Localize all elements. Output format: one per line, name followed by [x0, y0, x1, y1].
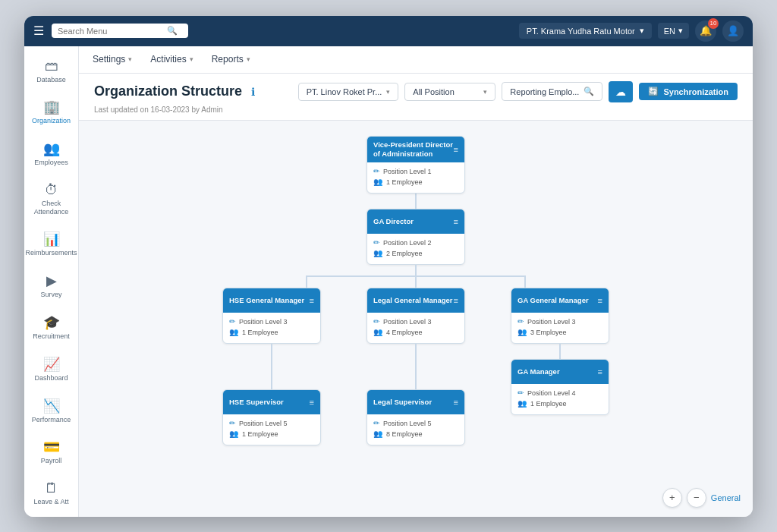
- sidebar-item-reimbursements[interactable]: 📊 Reimbursements: [27, 225, 76, 263]
- hse-sup-employee-label: 1 Employee: [242, 430, 278, 438]
- ga-dir-employee-label: 2 Employee: [386, 250, 423, 257]
- sidebar-item-check-attendance[interactable]: ⏱ Check Attendance: [27, 176, 76, 222]
- sidebar-item-database[interactable]: 🗃 Database: [27, 52, 76, 90]
- info-icon[interactable]: ℹ: [251, 86, 255, 98]
- ga-dir-employee-icon: 👥: [373, 249, 382, 257]
- reporting-filter-value: Reporting Emplo...: [510, 87, 579, 96]
- hse-sup-employee: 👥 1 Employee: [229, 430, 314, 438]
- node-ga-gm[interactable]: GA General Manager ≡ ✏ Position Level 3: [511, 288, 609, 344]
- sidebar: 🗃 Database 🏢 Organization 👥 Employees ⏱ …: [24, 46, 79, 517]
- sidebar-item-organization[interactable]: 🏢 Organization: [27, 93, 76, 131]
- hse-sup-position: ✏ Position Level 5: [229, 419, 314, 427]
- hse-gm-employee: 👥 1 Employee: [229, 328, 314, 336]
- node-ga-director[interactable]: GA Director ≡ ✏ Position Level 2 👥: [366, 209, 465, 265]
- vp-body: ✏ Position Level 1 👥 1 Employee: [367, 162, 464, 193]
- nav-reports[interactable]: Reports ▾: [210, 49, 252, 69]
- node-vp[interactable]: Vice-President Director of Administratio…: [366, 136, 465, 194]
- branch-legal: Legal General Manager ≡ ✏ Position Level…: [366, 288, 465, 445]
- ga-gm-employee: 👥 3 Employee: [517, 328, 602, 336]
- notification-button[interactable]: 🔔 10: [695, 20, 716, 42]
- company-selector[interactable]: PT. Krama Yudha Ratu Motor ▾: [519, 23, 652, 39]
- legal-gm-employee-label: 4 Employee: [386, 329, 423, 336]
- ga-gm-menu-icon[interactable]: ≡: [598, 296, 602, 305]
- legal-gm-menu-icon[interactable]: ≡: [454, 296, 458, 305]
- legal-sup-menu-icon[interactable]: ≡: [454, 398, 458, 407]
- level-1-row: Vice-President Director of Administratio…: [94, 136, 738, 194]
- nav-activities-label: Activities: [150, 54, 186, 65]
- sidebar-label-leave: Leave & Att: [33, 498, 68, 506]
- sidebar-item-dashboard[interactable]: 📈 Dashboard: [27, 350, 76, 389]
- legal-connector-v: [415, 344, 417, 389]
- page-subtitle: Last updated on 16-03-2023 by Admin: [94, 105, 738, 114]
- page-title: Organization Structure: [94, 83, 242, 99]
- settings-chevron-icon: ▾: [128, 55, 132, 63]
- search-input[interactable]: [58, 27, 164, 36]
- org-canvas[interactable]: Vice-President Director of Administratio…: [79, 121, 753, 517]
- legal-gm-position: ✏ Position Level 3: [373, 317, 458, 326]
- vp-position-icon: ✏: [373, 167, 379, 175]
- legal-gm-title: Legal General Manager: [373, 296, 453, 305]
- ga-gm-position: ✏ Position Level 3: [517, 317, 602, 326]
- legal-gm-body: ✏ Position Level 3 👥 4 Employee: [367, 313, 464, 343]
- node-ga-manager[interactable]: GA Manager ≡ ✏ Position Level 4: [511, 359, 609, 415]
- ga-mgr-menu-icon[interactable]: ≡: [598, 367, 602, 376]
- node-legal-gm[interactable]: Legal General Manager ≡ ✏ Position Level…: [366, 288, 465, 344]
- vp-position: ✏ Position Level 1: [373, 167, 458, 175]
- ga-gm-connector-v: [559, 344, 561, 359]
- ga-dir-position-label: Position Level 2: [383, 239, 432, 247]
- sidebar-item-leave[interactable]: 🗒 Leave & Att: [27, 474, 76, 512]
- vp-employee-label: 1 Employee: [386, 178, 423, 186]
- zoom-in-button[interactable]: +: [662, 488, 682, 508]
- branch-hse: HSE General Manager ≡ ✏ Position Level 3: [222, 288, 321, 445]
- search-icon: 🔍: [167, 26, 178, 36]
- node-legal-sup[interactable]: Legal Supervisor ≡ ✏ Position Level 5: [366, 389, 465, 445]
- cloud-upload-button[interactable]: ☁: [609, 81, 633, 102]
- nav-activities[interactable]: Activities ▾: [149, 49, 194, 69]
- language-selector[interactable]: EN ▾: [658, 23, 689, 39]
- main-layout: 🗃 Database 🏢 Organization 👥 Employees ⏱ …: [24, 46, 753, 517]
- vp-menu-icon[interactable]: ≡: [454, 145, 458, 154]
- zoom-out-button[interactable]: −: [687, 488, 706, 508]
- ga-mgr-position: ✏ Position Level 4: [517, 389, 602, 397]
- nav-settings-label: Settings: [93, 54, 125, 65]
- company-filter-dropdown[interactable]: PT. Linov Roket Pr... ▾: [298, 83, 399, 101]
- ga-gm-title: GA General Manager: [517, 296, 589, 305]
- database-icon: 🗃: [45, 58, 58, 74]
- sidebar-item-performance[interactable]: 📉 Performance: [27, 392, 76, 430]
- nav-settings[interactable]: Settings ▾: [91, 49, 134, 69]
- sidebar-label-attendance: Check Attendance: [30, 200, 73, 216]
- node-hse-sup[interactable]: HSE Supervisor ≡ ✏ Position Level 5: [222, 389, 321, 445]
- hse-gm-position: ✏ Position Level 3: [229, 317, 314, 326]
- topbar: ☰ 🔍 PT. Krama Yudha Ratu Motor ▾ EN ▾ 🔔 …: [24, 16, 753, 46]
- search-box[interactable]: 🔍: [52, 24, 188, 38]
- branch-ga: GA General Manager ≡ ✏ Position Level 3: [511, 288, 609, 415]
- legal-sup-position-label: Position Level 5: [383, 420, 432, 427]
- menu-icon[interactable]: ☰: [33, 24, 44, 38]
- legal-sup-header: Legal Supervisor ≡: [367, 390, 464, 414]
- sync-button[interactable]: 🔄 Synchronization: [639, 83, 738, 100]
- ga-dir-menu-icon[interactable]: ≡: [454, 217, 458, 226]
- hse-gm-menu-icon[interactable]: ≡: [310, 296, 314, 305]
- sidebar-item-employees[interactable]: 👥 Employees: [27, 134, 76, 173]
- legal-sup-body: ✏ Position Level 5 👥 8 Employee: [367, 414, 464, 445]
- hse-gm-employee-label: 1 Employee: [242, 329, 278, 336]
- node-hse-gm[interactable]: HSE General Manager ≡ ✏ Position Level 3: [222, 288, 321, 344]
- sidebar-item-recruitment[interactable]: 🎓 Recruitment: [27, 308, 76, 347]
- ga-gm-header: GA General Manager ≡: [511, 288, 609, 313]
- company-filter-chevron: ▾: [386, 88, 390, 96]
- hse-sup-menu-icon[interactable]: ≡: [310, 398, 314, 407]
- org-chart-wrapper: Vice-President Director of Administratio…: [94, 136, 738, 446]
- sidebar-item-payroll[interactable]: 💳 Payroll: [27, 433, 76, 471]
- position-filter-dropdown[interactable]: All Position ▾: [404, 83, 495, 101]
- lang-label: EN: [664, 27, 675, 36]
- sidebar-item-survey[interactable]: ▶ Survey: [27, 266, 76, 305]
- attendance-icon: ⏱: [45, 182, 58, 198]
- user-button[interactable]: 👤: [722, 20, 744, 42]
- sidebar-item-lms[interactable]: 🎓 Learning Management System: [27, 515, 76, 516]
- reporting-search[interactable]: Reporting Emplo... 🔍: [502, 82, 602, 101]
- legal-sup-employee-label: 8 Employee: [386, 430, 423, 438]
- bottom-controls: + − General: [662, 488, 741, 508]
- nav-bar: Settings ▾ Activities ▾ Reports ▾: [79, 46, 753, 74]
- hse-sup-header: HSE Supervisor ≡: [223, 390, 320, 414]
- topbar-right: PT. Krama Yudha Ratu Motor ▾ EN ▾ 🔔 10 👤: [519, 20, 744, 42]
